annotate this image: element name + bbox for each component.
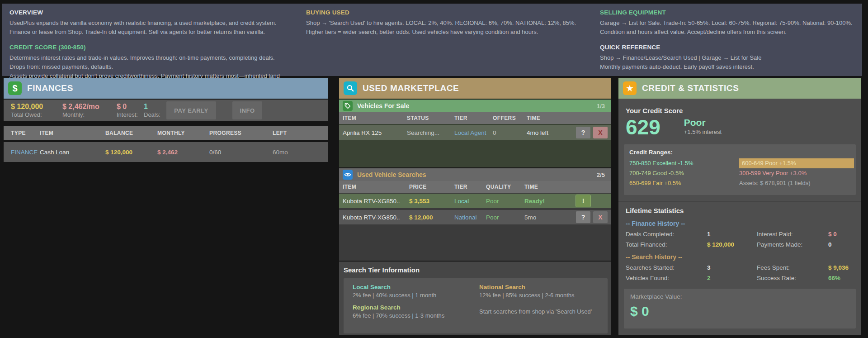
local-search-name: Local Search xyxy=(353,284,479,290)
payments-made-value: 0 xyxy=(828,241,832,248)
vehicle-row-aprilia[interactable]: Aprilia RX 125 Searching... Local Agent … xyxy=(339,125,611,140)
fees-spent-value: $ 9,036 xyxy=(828,264,849,271)
overview-title: OVERVIEW xyxy=(9,9,290,16)
local-search-details: 2% fee | 40% success | 1 month xyxy=(353,292,479,299)
search-tier: National xyxy=(454,214,486,221)
help-band: OVERVIEW UsedPlus expands the vanilla ec… xyxy=(2,4,862,76)
selling-equipment-line1: Garage → List for Sale. Trade-In: 50-65%… xyxy=(600,19,862,28)
finances-summary-bar: $ 120,000 Total Owed: $ 2,462/mo Monthly… xyxy=(4,100,328,121)
vehicle-cancel-button[interactable]: X xyxy=(593,127,608,138)
monthly-stat: $ 2,462/mo Monthly: xyxy=(62,102,117,119)
vehicle-help-button[interactable]: ? xyxy=(576,127,590,138)
overview-line1: UsedPlus expands the vanilla economy wit… xyxy=(9,19,290,28)
buying-used-title: BUYING USED xyxy=(306,9,586,16)
selling-equipment-line2: Condition and hours affect value. Accept… xyxy=(600,28,862,37)
marketplace-panel: USED MARKETPLACE Vehicles For Sale 1/3 I… xyxy=(339,78,611,335)
col-tier: TIER xyxy=(454,115,493,121)
interest-label: Interest: xyxy=(117,111,144,119)
credit-rating-block: Poor +1.5% interest xyxy=(684,116,722,135)
marketplace-value-amount: $ 0 xyxy=(630,304,849,319)
credit-score-help-title: CREDIT SCORE (300-850) xyxy=(9,44,290,51)
loan-left: 60mo xyxy=(273,149,328,156)
credit-score-value: 629 xyxy=(626,116,660,138)
total-financed-label: Total Financed: xyxy=(626,241,707,248)
finance-row-cash-loan[interactable]: FINANCE Cash Loan $ 120,000 $ 2,462 0/60… xyxy=(4,142,328,162)
help-column-selling: SELLING EQUIPMENT Garage → List for Sale… xyxy=(600,9,862,71)
col-quality: QUALITY xyxy=(486,184,524,190)
search-time: Ready! xyxy=(524,198,576,205)
finances-panel: $ FINANCES $ 120,000 Total Owed: $ 2,462… xyxy=(4,78,328,335)
search-row-pending[interactable]: Kubota RTV-XG850.. $ 12,000 National Poo… xyxy=(339,210,611,224)
search-cancel-button[interactable]: X xyxy=(593,211,608,223)
col-price: PRICE xyxy=(409,184,454,190)
vehicles-found-stat: Vehicles Found: 2 xyxy=(626,275,757,281)
search-help-button[interactable]: ? xyxy=(576,211,590,223)
finance-history-label: -- Finance History -- xyxy=(626,220,861,227)
search-quality: Poor xyxy=(486,198,524,205)
vehicle-tier: Local Agent xyxy=(454,129,493,136)
range-poor-current: 600-649 Poor +1.5% xyxy=(739,158,854,168)
search-history-label: -- Search History -- xyxy=(626,253,861,261)
vehicles-table-header: ITEM STATUS TIER OFFERS TIME xyxy=(339,112,611,124)
deals-label: Deals: xyxy=(144,111,165,119)
credit-interest-modifier: +1.5% interest xyxy=(684,129,722,135)
col-item: ITEM xyxy=(40,130,105,136)
total-owed-value: $ 120,000 xyxy=(11,102,62,111)
marketplace-title: USED MARKETPLACE xyxy=(363,83,459,93)
col-tier: TIER xyxy=(454,184,486,190)
search-price: $ 12,000 xyxy=(409,214,454,221)
col-time: TIME xyxy=(524,184,576,190)
loan-progress: 0/60 xyxy=(209,149,273,156)
search-claim-button[interactable]: ! xyxy=(576,195,590,207)
range-good: 700-749 Good -0.5% xyxy=(629,168,739,178)
info-button[interactable]: INFO xyxy=(232,101,262,119)
search-tier-info-section: Search Tier Information Local Search 2% … xyxy=(339,262,611,335)
marketplace-value-label: Marketplace Value: xyxy=(630,293,849,300)
range-excellent: 750-850 Excellent -1.5% xyxy=(629,158,739,168)
vehicle-offers: 0 xyxy=(493,129,527,136)
quick-reference-title: QUICK REFERENCE xyxy=(600,44,862,51)
searches-table-header: ITEM PRICE TIER QUALITY TIME xyxy=(339,181,611,193)
tag-icon xyxy=(343,101,353,111)
payments-made-label: Payments Made: xyxy=(757,241,828,248)
used-vehicle-searches-count: 2/5 xyxy=(597,171,605,178)
credit-rating: Poor xyxy=(684,117,722,128)
search-tier: Local xyxy=(454,198,486,205)
ranges-left-column: 750-850 Excellent -1.5% 700-749 Good -0.… xyxy=(629,158,739,188)
buying-used-line1: Shop → 'Search Used' to hire agents. LOC… xyxy=(306,19,586,28)
search-row-ready[interactable]: Kubota RTV-XG850.. $ 3,553 Local Poor Re… xyxy=(339,194,611,208)
credit-ranges-title: Credit Ranges: xyxy=(629,149,856,156)
total-owed-stat: $ 120,000 Total Owed: xyxy=(11,102,62,119)
payments-made-stat: Payments Made: 0 xyxy=(757,241,854,248)
vehicles-found-value: 2 xyxy=(707,275,711,281)
search-price: $ 3,553 xyxy=(409,198,454,205)
vehicles-found-label: Vehicles Found: xyxy=(626,275,707,281)
col-monthly: MONTHLY xyxy=(157,130,209,136)
quick-reference-line2: Monthly payments auto-deduct. Early payo… xyxy=(600,62,862,71)
col-left: LEFT xyxy=(273,130,328,136)
loan-balance: $ 120,000 xyxy=(105,149,157,156)
vehicle-item: Aprilia RX 125 xyxy=(343,129,407,136)
credit-panel: ★ CREDIT & STATISTICS Your Credit Score … xyxy=(618,78,861,335)
tier-info-left-column: Local Search 2% fee | 40% success | 1 mo… xyxy=(353,284,479,333)
vehicles-for-sale-title: Vehicles For Sale xyxy=(357,102,409,109)
loan-item: Cash Loan xyxy=(40,149,105,156)
star-icon: ★ xyxy=(623,81,637,95)
credit-score-row: 629 Poor +1.5% interest xyxy=(618,116,861,138)
overview-line2: Finance or lease from Shop. Trade-In old… xyxy=(9,28,290,37)
searches-started-stat: Searches Started: 3 xyxy=(626,264,757,271)
tier-info-right-column: National Search 12% fee | 85% success | … xyxy=(479,284,606,333)
range-very-poor: 300-599 Very Poor +3.0% xyxy=(739,168,856,178)
national-search-details: 12% fee | 85% success | 2-6 months xyxy=(479,292,606,299)
national-search-name: National Search xyxy=(479,284,606,290)
tier-info-note: Start searches from shop via 'Search Use… xyxy=(479,308,606,315)
interest-paid-stat: Interest Paid: $ 0 xyxy=(757,231,854,238)
deals-completed-label: Deals Completed: xyxy=(626,231,707,238)
pay-early-button[interactable]: PAY EARLY xyxy=(166,101,216,119)
regional-search-name: Regional Search xyxy=(353,304,479,311)
finances-title: FINANCES xyxy=(27,83,73,93)
marketplace-header: USED MARKETPLACE xyxy=(339,78,611,99)
deals-completed-stat: Deals Completed: 1 xyxy=(626,231,757,238)
total-financed-value: $ 120,000 xyxy=(707,241,734,248)
col-type: TYPE xyxy=(11,130,40,136)
